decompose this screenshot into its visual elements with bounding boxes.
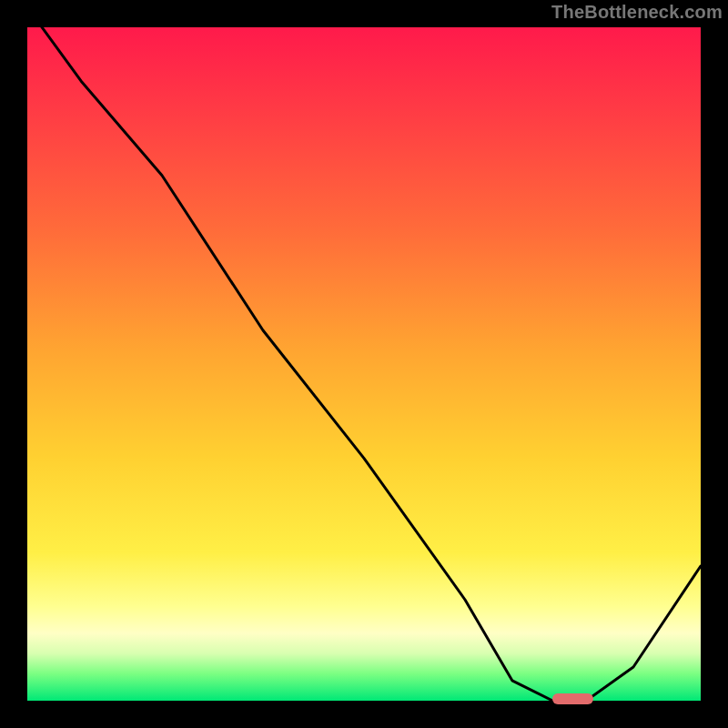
optimal-zone-marker <box>552 693 592 704</box>
plot-area <box>27 27 701 701</box>
watermark-text: TheBottleneck.com <box>551 2 723 23</box>
bottleneck-curve-path <box>27 7 701 701</box>
chart-frame: TheBottleneck.com <box>0 0 728 728</box>
curve-svg <box>27 27 701 701</box>
